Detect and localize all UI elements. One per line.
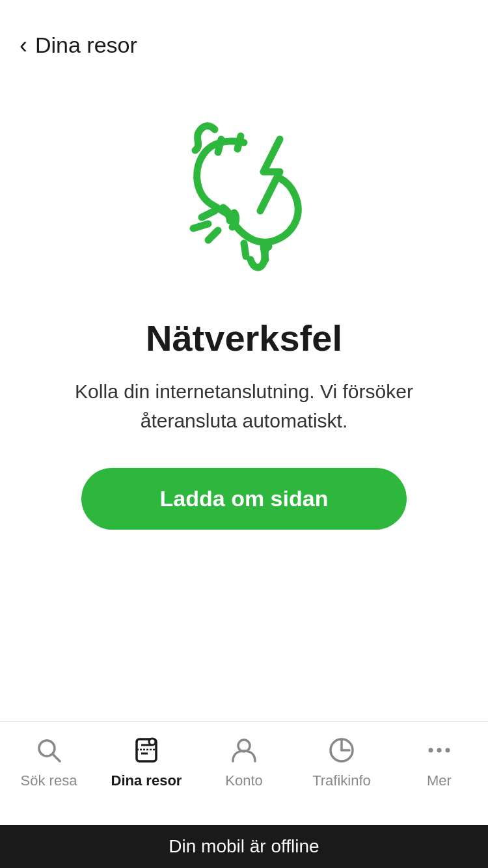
more-icon <box>422 733 456 767</box>
bottom-navigation: Sök resa Dina resor Konto <box>0 721 488 825</box>
error-description: Kolla din internetanslutning. Vi försöke… <box>55 377 433 435</box>
nav-item-sok-resa[interactable]: Sök resa <box>3 733 94 789</box>
nav-label-konto: Konto <box>225 772 263 789</box>
ticket-icon <box>129 733 163 767</box>
svg-line-4 <box>202 211 215 217</box>
nav-label-dina-resor: Dina resor <box>111 772 182 789</box>
svg-line-0 <box>218 139 221 152</box>
person-icon <box>227 733 261 767</box>
reload-button[interactable]: Ladda om sidan <box>81 468 407 530</box>
offline-text: Din mobil är offline <box>169 836 319 857</box>
nav-label-trafikinfo: Trafikinfo <box>312 772 371 789</box>
svg-point-19 <box>437 748 442 753</box>
svg-point-18 <box>429 748 433 753</box>
svg-line-2 <box>244 243 246 256</box>
svg-point-13 <box>149 739 156 745</box>
page-title: Dina resor <box>35 33 137 58</box>
nav-item-dina-resor[interactable]: Dina resor <box>101 733 192 789</box>
nav-label-mer: Mer <box>427 772 452 789</box>
header: ‹ Dina resor <box>0 0 488 71</box>
error-title: Nätverksfel <box>146 318 342 359</box>
offline-banner: Din mobil är offline <box>0 825 488 868</box>
search-icon <box>32 733 66 767</box>
nav-item-trafikinfo[interactable]: Trafikinfo <box>296 733 387 789</box>
svg-line-1 <box>237 136 241 149</box>
main-content: Nätverksfel Kolla din internetanslutning… <box>0 71 488 721</box>
back-button[interactable]: ‹ <box>20 34 27 57</box>
nav-label-sok-resa: Sök resa <box>21 772 77 789</box>
svg-line-6 <box>208 230 218 240</box>
nav-item-mer[interactable]: Mer <box>394 733 485 789</box>
chart-icon <box>325 733 359 767</box>
svg-line-8 <box>53 754 60 761</box>
svg-line-5 <box>193 224 208 228</box>
svg-point-20 <box>446 748 450 753</box>
nav-item-konto[interactable]: Konto <box>198 733 290 789</box>
network-error-illustration <box>146 97 342 292</box>
